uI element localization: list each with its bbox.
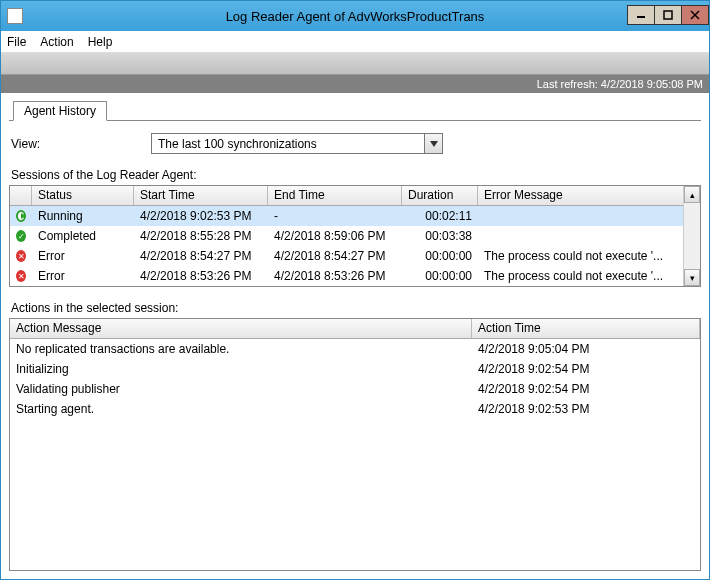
error-icon: ✕	[10, 270, 32, 282]
actions-header: Action Message Action Time	[10, 319, 700, 339]
window-frame: Log Reader Agent of AdvWorksProductTrans…	[0, 0, 710, 580]
cell-action-time: 4/2/2018 9:02:54 PM	[472, 382, 700, 396]
cell-action-time: 4/2/2018 9:02:53 PM	[472, 402, 700, 416]
sessions-scrollbar[interactable]: ▴ ▾	[683, 186, 700, 286]
sessions-header: Status Start Time End Time Duration Erro…	[10, 186, 700, 206]
menu-action[interactable]: Action	[40, 35, 73, 49]
svg-rect-1	[664, 11, 672, 19]
table-row[interactable]: ✕Error4/2/2018 8:54:27 PM4/2/2018 8:54:2…	[10, 246, 683, 266]
cell-duration: 00:00:00	[402, 269, 478, 283]
scroll-up-icon[interactable]: ▴	[684, 186, 700, 203]
cell-status: Completed	[32, 229, 134, 243]
cell-action-message: Starting agent.	[10, 402, 472, 416]
cell-duration: 00:03:38	[402, 229, 478, 243]
view-select[interactable]: The last 100 synchronizations	[151, 133, 443, 154]
app-icon	[7, 8, 23, 24]
cell-start: 4/2/2018 8:53:26 PM	[134, 269, 268, 283]
col-end[interactable]: End Time	[268, 186, 402, 205]
table-row[interactable]: No replicated transactions are available…	[10, 339, 700, 359]
table-row[interactable]: Initializing4/2/2018 9:02:54 PM	[10, 359, 700, 379]
running-icon	[10, 210, 32, 222]
view-select-value: The last 100 synchronizations	[152, 137, 424, 151]
cell-duration: 00:02:11	[402, 209, 478, 223]
tab-agent-history[interactable]: Agent History	[13, 101, 107, 121]
sessions-label: Sessions of the Log Reader Agent:	[11, 168, 699, 182]
svg-marker-4	[430, 141, 438, 147]
cell-action-message: Validating publisher	[10, 382, 472, 396]
tabstrip: Agent History	[9, 99, 701, 121]
maximize-button[interactable]	[654, 5, 682, 25]
menubar: File Action Help	[1, 31, 709, 53]
cell-end: 4/2/2018 8:53:26 PM	[268, 269, 402, 283]
sessions-grid: Status Start Time End Time Duration Erro…	[9, 185, 701, 287]
window-title: Log Reader Agent of AdvWorksProductTrans	[1, 9, 709, 24]
cell-status: Error	[32, 269, 134, 283]
table-row[interactable]: ✕Error4/2/2018 8:53:26 PM4/2/2018 8:53:2…	[10, 266, 683, 286]
last-refresh-text: Last refresh: 4/2/2018 9:05:08 PM	[537, 78, 703, 90]
minimize-button[interactable]	[627, 5, 655, 25]
chevron-down-icon[interactable]	[424, 134, 442, 153]
cell-start: 4/2/2018 8:55:28 PM	[134, 229, 268, 243]
col-icon[interactable]	[10, 186, 32, 205]
cell-duration: 00:00:00	[402, 249, 478, 263]
col-status[interactable]: Status	[32, 186, 134, 205]
table-row[interactable]: Validating publisher4/2/2018 9:02:54 PM	[10, 379, 700, 399]
toolbar	[1, 53, 709, 75]
table-row[interactable]: Running4/2/2018 9:02:53 PM-00:02:11	[10, 206, 683, 226]
client-area: Agent History View: The last 100 synchro…	[1, 93, 709, 579]
view-label: View:	[11, 137, 151, 151]
refresh-bar: Last refresh: 4/2/2018 9:05:08 PM	[1, 75, 709, 93]
cell-action-message: No replicated transactions are available…	[10, 342, 472, 356]
cell-end: 4/2/2018 8:59:06 PM	[268, 229, 402, 243]
actions-label: Actions in the selected session:	[11, 301, 699, 315]
col-duration[interactable]: Duration	[402, 186, 478, 205]
cell-status: Running	[32, 209, 134, 223]
menu-file[interactable]: File	[7, 35, 26, 49]
cell-status: Error	[32, 249, 134, 263]
col-action-time[interactable]: Action Time	[472, 319, 700, 338]
cell-action-time: 4/2/2018 9:05:04 PM	[472, 342, 700, 356]
titlebar[interactable]: Log Reader Agent of AdvWorksProductTrans	[1, 1, 709, 31]
table-row[interactable]: ✓Completed4/2/2018 8:55:28 PM4/2/2018 8:…	[10, 226, 683, 246]
completed-icon: ✓	[10, 230, 32, 242]
cell-start: 4/2/2018 8:54:27 PM	[134, 249, 268, 263]
cell-end: -	[268, 209, 402, 223]
col-error[interactable]: Error Message	[478, 186, 700, 205]
cell-error: The process could not execute '...	[478, 269, 683, 283]
scroll-down-icon[interactable]: ▾	[684, 269, 700, 286]
col-action-message[interactable]: Action Message	[10, 319, 472, 338]
cell-action-time: 4/2/2018 9:02:54 PM	[472, 362, 700, 376]
table-row[interactable]: Starting agent.4/2/2018 9:02:53 PM	[10, 399, 700, 419]
col-start[interactable]: Start Time	[134, 186, 268, 205]
actions-grid: Action Message Action Time No replicated…	[9, 318, 701, 571]
error-icon: ✕	[10, 250, 32, 262]
menu-help[interactable]: Help	[88, 35, 113, 49]
cell-start: 4/2/2018 9:02:53 PM	[134, 209, 268, 223]
cell-action-message: Initializing	[10, 362, 472, 376]
cell-end: 4/2/2018 8:54:27 PM	[268, 249, 402, 263]
cell-error: The process could not execute '...	[478, 249, 683, 263]
close-button[interactable]	[681, 5, 709, 25]
